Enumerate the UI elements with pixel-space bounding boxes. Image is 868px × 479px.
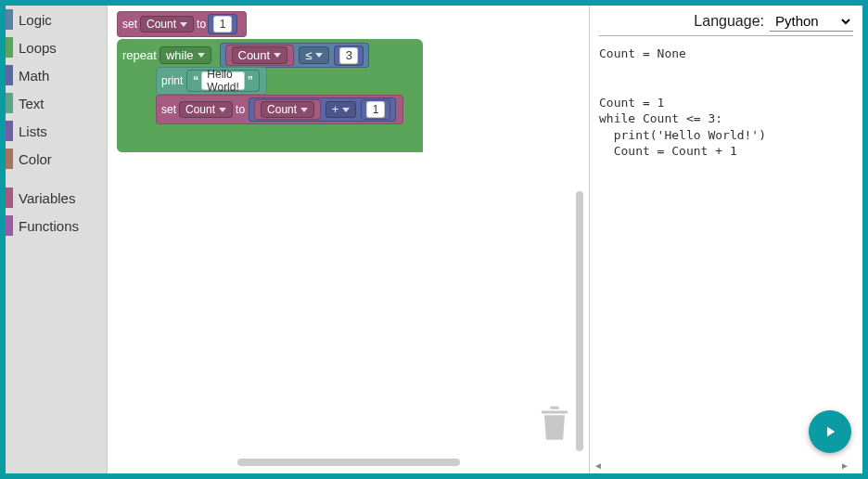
- category-color-swatch: [6, 121, 13, 141]
- kw-to: to: [197, 18, 206, 31]
- language-select[interactable]: Python: [770, 11, 853, 32]
- loop-mode-dropdown[interactable]: while: [160, 46, 211, 64]
- trash-icon[interactable]: [537, 402, 572, 446]
- kw-set: set: [161, 103, 176, 116]
- kw-repeat: repeat: [122, 48, 157, 62]
- cond-left-var[interactable]: Count: [225, 45, 295, 66]
- category-color-swatch: [6, 149, 13, 169]
- scroll-right-icon[interactable]: ►: [840, 460, 849, 471]
- toolbox-category-color[interactable]: Color: [6, 145, 107, 173]
- toolbox-category-logic[interactable]: Logic: [6, 6, 107, 33]
- language-label: Language:: [694, 13, 764, 30]
- category-color-swatch: [6, 215, 13, 236]
- toolbox-category-text[interactable]: Text: [6, 89, 107, 117]
- category-label: Loops: [19, 40, 57, 56]
- expr-op-dropdown[interactable]: +: [326, 101, 356, 118]
- language-row: Language: Python: [599, 11, 853, 36]
- math-add[interactable]: Count + 1: [249, 97, 396, 122]
- workspace[interactable]: set Count to 1 repeat while Count ≤: [108, 6, 589, 473]
- toolbox-category-lists[interactable]: Lists: [6, 117, 107, 145]
- category-label: Logic: [19, 12, 52, 28]
- expr-left-var[interactable]: Count: [254, 99, 321, 120]
- code-hscroll[interactable]: ◄ ►: [594, 460, 849, 470]
- category-label: Math: [19, 68, 49, 84]
- code-panel: Language: Python Count = None Count = 1 …: [589, 6, 862, 473]
- scroll-left-icon[interactable]: ◄: [594, 460, 603, 471]
- text-literal[interactable]: “ Hello World! ”: [186, 70, 259, 92]
- expr-right-num[interactable]: 1: [361, 99, 390, 120]
- condition-compare[interactable]: Count ≤ 3: [220, 43, 370, 68]
- kw-print: print: [161, 74, 183, 87]
- kw-to: to: [236, 103, 245, 116]
- play-icon: [822, 423, 838, 440]
- workspace-hscroll[interactable]: [237, 459, 460, 466]
- category-label: Functions: [19, 218, 79, 234]
- category-label: Lists: [19, 123, 47, 139]
- kw-set: set: [122, 18, 137, 31]
- category-color-swatch: [6, 65, 13, 85]
- block-print[interactable]: print “ Hello World! ”: [156, 67, 267, 95]
- toolbox-category-variables[interactable]: Variables: [6, 184, 107, 212]
- category-color-swatch: [6, 93, 13, 113]
- workspace-vscroll[interactable]: [576, 191, 583, 451]
- text-value[interactable]: Hello World!: [201, 71, 244, 90]
- generated-code: Count = None Count = 1 while Count <= 3:…: [599, 45, 853, 160]
- value-socket[interactable]: 1: [208, 14, 237, 34]
- category-label: Color: [19, 151, 52, 167]
- toolbox-category-math[interactable]: Math: [6, 61, 107, 89]
- cond-op-dropdown[interactable]: ≤: [299, 46, 329, 64]
- category-label: Variables: [19, 190, 75, 206]
- var-dropdown[interactable]: Count: [140, 16, 194, 32]
- var-dropdown[interactable]: Count: [179, 101, 233, 118]
- cond-right-num[interactable]: 3: [334, 45, 364, 66]
- category-color-swatch: [6, 9, 13, 30]
- app-frame: LogicLoopsMathTextListsColor VariablesFu…: [6, 6, 862, 473]
- category-label: Text: [19, 96, 45, 111]
- toolbox: LogicLoopsMathTextListsColor VariablesFu…: [6, 6, 108, 473]
- block-set-count-incr[interactable]: set Count to Count + 1: [156, 95, 403, 124]
- block-set-count-1[interactable]: set Count to 1: [117, 11, 247, 37]
- category-color-swatch: [6, 37, 13, 58]
- category-color-swatch: [6, 188, 13, 208]
- toolbox-category-functions[interactable]: Functions: [6, 212, 107, 240]
- toolbox-category-loops[interactable]: Loops: [6, 33, 107, 61]
- run-button[interactable]: [809, 410, 851, 453]
